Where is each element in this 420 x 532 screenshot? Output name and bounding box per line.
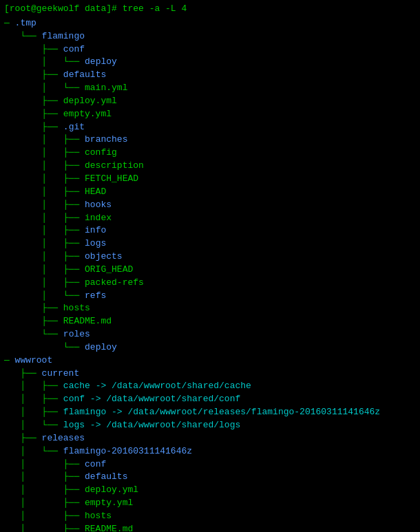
prompt-line: [root@geekwolf data]# tree -a -L 4	[4, 3, 416, 16]
tree-output: — .tmp └── flamingo ├── conf │ └── deplo…	[4, 17, 416, 532]
prompt-text: [root@geekwolf data]# tree -a -L 4	[4, 3, 187, 14]
terminal-window: [root@geekwolf data]# tree -a -L 4 — .tm…	[0, 0, 420, 532]
tree-line-0: — .tmp └── flamingo ├── conf │ └── deplo…	[4, 18, 380, 532]
